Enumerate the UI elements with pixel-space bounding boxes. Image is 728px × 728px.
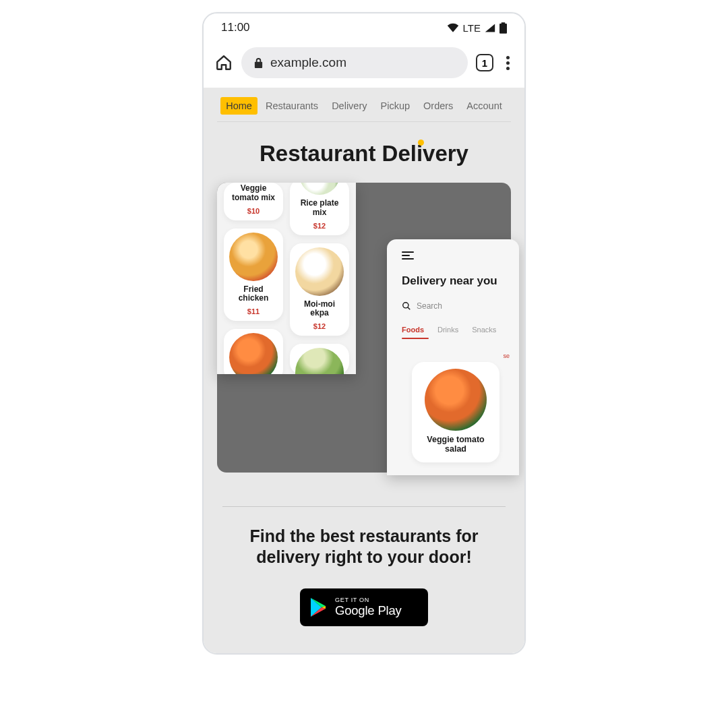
hamburger-icon[interactable] <box>402 251 414 260</box>
food-image <box>299 183 340 195</box>
url-text: example.com <box>270 55 346 70</box>
food-card[interactable] <box>224 329 283 374</box>
status-time: 11:00 <box>221 21 250 34</box>
svg-line-1 <box>408 307 411 310</box>
mock-tab-foods[interactable]: Foods <box>402 326 424 334</box>
nav-orders[interactable]: Orders <box>418 97 458 115</box>
device-frame: 11:00 LTE example.com 1 Home Restauran <box>202 12 526 655</box>
nav-restaurants[interactable]: Restaurants <box>260 97 324 115</box>
dot-icon <box>506 67 510 70</box>
hero-title-text: Restaurant Delivery <box>260 141 468 166</box>
food-image <box>229 333 278 374</box>
food-column-right: Rice plate mix $12 Moi-moi ekpa $12 <box>290 183 349 374</box>
food-name: Veggie tomato mix <box>228 184 279 203</box>
mock-tab-drinks[interactable]: Drinks <box>437 326 458 334</box>
subheading: Find the best restaurants for delivery r… <box>228 526 500 568</box>
food-name: Fried chicken <box>228 285 279 304</box>
food-card[interactable]: Veggie tomato salad <box>412 362 499 462</box>
network-label: LTE <box>463 22 481 34</box>
food-image <box>295 348 344 374</box>
nav-delivery[interactable]: Delivery <box>326 97 372 115</box>
tab-switcher[interactable]: 1 <box>476 54 493 71</box>
food-price: $12 <box>313 322 326 330</box>
wifi-icon <box>447 23 459 32</box>
address-bar[interactable]: example.com <box>241 47 468 78</box>
home-button[interactable] <box>214 53 233 72</box>
mock-title: Delivery near you <box>402 274 510 288</box>
google-play-text: GET IT ON Google Play <box>335 597 402 618</box>
google-play-icon <box>309 597 328 617</box>
food-card[interactable]: Moi-moi ekpa $12 <box>290 243 349 336</box>
nav-home[interactable]: Home <box>220 97 257 115</box>
mock-search[interactable]: Search <box>402 301 510 311</box>
food-image <box>229 233 278 281</box>
food-price: $12 <box>313 222 326 230</box>
hero-title: Restaurant Delivery <box>217 141 511 166</box>
svg-point-0 <box>403 303 408 308</box>
lock-icon <box>253 57 264 69</box>
mock-phone-menu: Veggie tomato mix $10 Fried chicken $11 <box>217 183 356 374</box>
browser-toolbar: example.com 1 <box>204 42 524 88</box>
nav-account[interactable]: Account <box>461 97 507 115</box>
food-name: Veggie tomato salad <box>417 435 494 454</box>
mock-tab-indicator <box>402 338 429 339</box>
food-card[interactable] <box>290 344 349 374</box>
food-price: $10 <box>247 207 260 215</box>
food-price: $11 <box>247 307 260 315</box>
page-content: Home Restaurants Delivery Pickup Orders … <box>204 88 524 653</box>
food-card[interactable]: Fried chicken $11 <box>224 229 283 322</box>
overflow-menu-button[interactable] <box>502 56 514 70</box>
section-divider <box>222 506 506 507</box>
nav-pickup[interactable]: Pickup <box>375 97 416 115</box>
battery-icon <box>499 22 507 34</box>
mock-tab-snacks[interactable]: Snacks <box>472 326 496 334</box>
food-card[interactable]: Rice plate mix $12 <box>290 183 349 235</box>
hero-mosaic: Veggie tomato mix $10 Fried chicken $11 <box>217 183 511 473</box>
accent-dot-icon <box>418 140 424 146</box>
see-more-link[interactable]: se <box>402 353 510 359</box>
dot-icon <box>506 61 510 65</box>
gplay-brand: Google Play <box>335 603 402 617</box>
food-card[interactable]: Veggie tomato mix $10 <box>224 183 283 220</box>
food-name: Moi-moi ekpa <box>294 300 345 319</box>
food-image <box>425 369 487 431</box>
dot-icon <box>506 56 510 59</box>
status-bar: 11:00 LTE <box>204 13 524 42</box>
site-nav: Home Restaurants Delivery Pickup Orders … <box>217 88 511 122</box>
food-image <box>295 247 344 296</box>
google-play-badge[interactable]: GET IT ON Google Play <box>300 588 428 626</box>
status-icons: LTE <box>447 22 507 34</box>
gplay-overline: GET IT ON <box>335 597 402 603</box>
mock-tabs: Foods Drinks Snacks <box>402 326 510 334</box>
tab-count-number: 1 <box>482 57 487 69</box>
mock-phone-home: Delivery near you Search Foods Drinks Sn… <box>387 239 519 475</box>
food-column-left: Veggie tomato mix $10 Fried chicken $11 <box>224 183 283 374</box>
food-name: Rice plate mix <box>294 199 345 218</box>
search-placeholder: Search <box>417 301 442 311</box>
signal-icon <box>485 23 495 32</box>
search-icon <box>402 301 411 311</box>
home-icon <box>215 54 233 71</box>
